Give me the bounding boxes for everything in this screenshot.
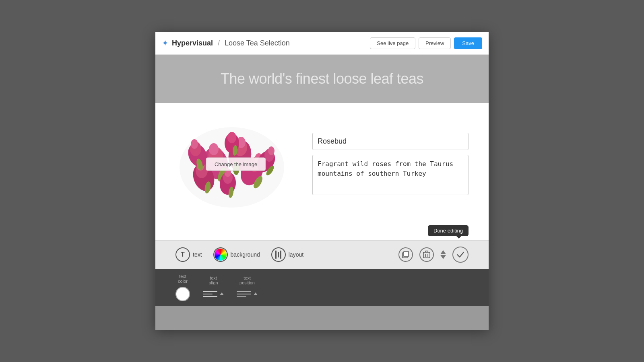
pos-line-3 xyxy=(237,296,246,297)
position-icon[interactable] xyxy=(237,288,251,300)
text-align-label: textalign xyxy=(203,276,224,285)
editor-window: ✦ Hypervisual / Loose Tea Selection See … xyxy=(155,32,489,330)
align-line-2 xyxy=(203,294,213,294)
svg-point-3 xyxy=(209,143,219,155)
save-button[interactable]: Save xyxy=(454,37,482,49)
preview-button[interactable]: Preview xyxy=(419,37,451,49)
product-name-input[interactable] xyxy=(312,133,469,150)
layout-tool-label: layout xyxy=(289,251,303,258)
text-position-group: textposition xyxy=(237,276,258,300)
svg-rect-35 xyxy=(404,251,409,257)
logo-icon: ✦ xyxy=(162,38,169,48)
see-live-page-button[interactable]: See live page xyxy=(370,37,415,49)
reorder-button[interactable] xyxy=(440,250,446,259)
done-button[interactable] xyxy=(452,247,469,263)
align-line-1 xyxy=(203,291,217,292)
layout-tool-icon xyxy=(271,247,286,262)
svg-rect-36 xyxy=(423,252,430,258)
background-tool-icon xyxy=(213,247,228,262)
text-tool-icon: T xyxy=(175,247,190,262)
background-tool-label: background xyxy=(231,251,260,258)
text-position-up-arrow[interactable] xyxy=(254,292,258,295)
pos-line-1 xyxy=(237,291,251,292)
svg-point-25 xyxy=(191,139,198,149)
hero-section: The world's finest loose leaf teas xyxy=(155,55,489,103)
duplicate-button[interactable] xyxy=(398,247,413,262)
text-align-group: textalign xyxy=(203,276,224,300)
align-line-3 xyxy=(203,296,217,297)
text-align-up-arrow[interactable] xyxy=(220,292,224,295)
content-area: Change the image Fragrant wild roses fro… xyxy=(155,103,489,225)
form-fields: Fragrant wild roses from the Taurus moun… xyxy=(312,133,469,195)
layout-bar-2 xyxy=(278,252,279,257)
bottom-area xyxy=(155,306,489,330)
text-color-control xyxy=(175,287,190,301)
text-position-control xyxy=(237,288,258,300)
toolbar-right xyxy=(398,247,469,263)
arrow-down-icon xyxy=(440,255,446,259)
arrow-up-icon xyxy=(440,250,446,254)
trash-icon xyxy=(423,251,430,259)
image-section: Change the image xyxy=(175,115,296,213)
top-bar-actions: See live page Preview Save xyxy=(370,37,482,49)
toolbar-item-text[interactable]: T text xyxy=(175,247,202,262)
text-position-label: textposition xyxy=(237,276,258,285)
change-image-button[interactable]: Change the image xyxy=(206,157,266,171)
color-wheel xyxy=(215,249,227,261)
toolbar-left: T text background layout xyxy=(175,247,398,262)
toolbar: T text background layout xyxy=(155,240,489,269)
page-name: Loose Tea Selection xyxy=(225,39,290,47)
svg-point-32 xyxy=(227,132,236,143)
duplicate-icon xyxy=(402,251,409,258)
hero-title: The world's finest loose leaf teas xyxy=(221,70,423,87)
svg-point-29 xyxy=(268,146,275,155)
pos-line-2 xyxy=(237,294,251,294)
done-editing-area: Done editing xyxy=(155,225,489,240)
toolbar-item-background[interactable]: background xyxy=(213,247,260,262)
text-color-group: textcolor xyxy=(175,274,190,301)
text-color-picker[interactable] xyxy=(175,287,190,301)
align-icon[interactable] xyxy=(203,288,217,300)
separator: / xyxy=(218,39,220,47)
text-color-label: textcolor xyxy=(175,274,190,284)
app-name: Hypervisual xyxy=(172,39,213,47)
sub-toolbar: textcolor textalign textposition xyxy=(155,269,489,306)
layout-icon-inner xyxy=(275,251,281,259)
layout-bar-1 xyxy=(275,251,277,259)
checkmark-icon xyxy=(456,251,464,258)
done-editing-tooltip[interactable]: Done editing xyxy=(428,225,469,236)
layout-bar-3 xyxy=(280,251,281,259)
text-tool-label: text xyxy=(193,251,202,258)
text-align-control xyxy=(203,288,224,300)
product-description-textarea[interactable]: Fragrant wild roses from the Taurus moun… xyxy=(312,155,469,195)
top-bar-left: ✦ Hypervisual / Loose Tea Selection xyxy=(162,38,370,48)
top-bar: ✦ Hypervisual / Loose Tea Selection See … xyxy=(155,32,489,55)
toolbar-item-layout[interactable]: layout xyxy=(271,247,303,262)
delete-button[interactable] xyxy=(419,247,434,262)
